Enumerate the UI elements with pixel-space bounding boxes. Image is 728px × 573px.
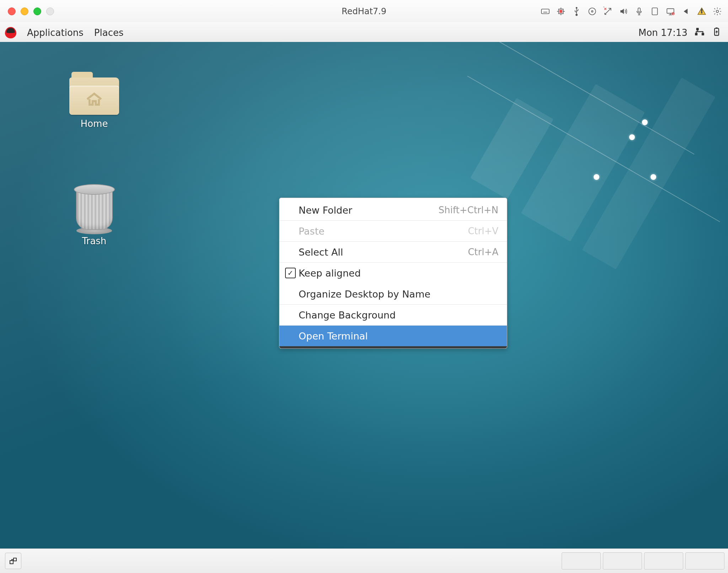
redhat-logo-icon[interactable] [5,27,16,38]
home-icon-label: Home [64,118,124,129]
workspace-3[interactable] [644,552,683,569]
usb-icon[interactable] [572,6,582,16]
folder-icon [69,77,119,115]
warning-icon[interactable]: ! [697,6,707,16]
svg-point-13 [576,7,577,8]
svg-text:!: ! [701,8,703,15]
menu-item-label: Paste [299,226,325,237]
places-menu[interactable]: Places [94,27,124,38]
network-arrow-icon[interactable] [603,6,613,16]
keyboard-icon[interactable] [540,6,550,16]
menu-item-label: Select All [299,247,343,258]
svg-point-14 [576,14,577,15]
svg-rect-41 [14,558,16,561]
menu-paste: Paste Ctrl+V [279,220,507,241]
minimize-window-button[interactable] [21,7,28,15]
svg-rect-23 [652,8,657,15]
svg-point-15 [589,8,596,15]
close-window-button[interactable] [8,7,16,15]
wallpaper-decoration [629,134,635,140]
menu-organize-desktop[interactable]: Organize Desktop by Name [279,283,507,304]
menu-change-background[interactable]: Change Background [279,304,507,325]
svg-point-33 [716,10,719,12]
menu-item-label: New Folder [299,205,352,216]
home-desktop-icon[interactable]: Home [64,77,124,129]
workspace-4[interactable] [685,552,724,569]
house-icon [84,91,104,109]
menu-item-accelerator: Ctrl+A [468,247,498,257]
wallpaper-decoration [642,119,648,125]
trash-icon [74,184,115,232]
gear-icon[interactable] [712,6,722,16]
panel-clock[interactable]: Mon 17:13 [638,27,687,38]
microphone-icon[interactable] [634,6,644,16]
host-window-titlebar: RedHat7.9 ! [0,0,728,23]
menu-open-terminal[interactable]: Open Terminal [279,325,507,346]
desktop-context-menu: New Folder Shift+Ctrl+N Paste Ctrl+V Sel… [279,198,507,349]
host-tray: ! [540,6,722,16]
wallpaper-decoration [594,174,599,180]
svg-marker-30 [684,9,688,14]
workspace-2[interactable] [603,552,642,569]
menu-item-label: Organize Desktop by Name [299,289,430,300]
menu-select-all[interactable]: Select All Ctrl+A [279,241,507,262]
trash-desktop-icon[interactable]: Trash [64,184,124,246]
workspace-switcher [562,552,724,569]
menu-item-accelerator: Shift+Ctrl+N [439,205,498,215]
left-triangle-icon[interactable] [681,6,691,16]
menu-item-label: Keep aligned [299,268,361,279]
menu-keep-aligned[interactable]: ✓ Keep aligned [279,262,507,283]
menu-new-folder[interactable]: New Folder Shift+Ctrl+N [279,199,507,220]
desktop-area[interactable]: Home Trash New Folder Shift+Ctrl+N Paste… [0,42,728,549]
applications-menu[interactable]: Applications [27,27,84,38]
svg-rect-20 [638,8,641,12]
gnome-top-panel: Applications Places Mon 17:13 [0,22,728,43]
checkbox-checked-icon: ✓ [285,268,296,278]
menu-item-accelerator: Ctrl+V [468,226,498,236]
wallpaper-decoration [651,174,656,180]
battery-status-icon[interactable] [712,27,722,39]
workspace-1[interactable] [562,552,601,569]
menu-item-label: Open Terminal [299,331,368,342]
window-controls [8,7,54,15]
window-list-button[interactable] [5,553,21,569]
svg-rect-8 [560,10,562,12]
svg-rect-0 [541,9,549,14]
svg-rect-38 [716,27,718,29]
cpu-icon[interactable] [556,6,566,16]
svg-point-16 [592,10,593,12]
svg-rect-35 [695,33,697,35]
menu-item-label: Change Background [299,310,396,321]
gnome-bottom-panel [0,548,728,573]
zoom-window-button[interactable] [33,7,41,15]
sound-icon[interactable] [619,6,628,16]
disabled-window-button [46,7,54,15]
menu-bottom-border [279,346,507,348]
network-status-icon[interactable] [695,27,705,39]
trash-icon-label: Trash [64,236,124,246]
display-icon[interactable] [665,6,675,16]
svg-rect-40 [10,561,13,564]
tablet-icon[interactable] [650,6,660,16]
svg-rect-34 [696,28,699,30]
disc-icon[interactable] [587,6,597,16]
svg-rect-36 [702,33,704,35]
svg-marker-39 [716,30,718,34]
